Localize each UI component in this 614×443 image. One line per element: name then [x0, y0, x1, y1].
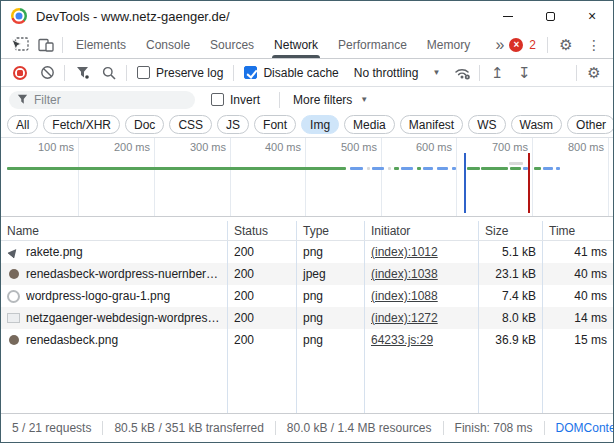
device-toolbar-button[interactable]: [33, 33, 59, 57]
filter-chip-other[interactable]: Other: [567, 115, 614, 134]
disable-cache-checkbox[interactable]: Disable cache: [238, 66, 344, 80]
filter-chip-img[interactable]: Img: [301, 115, 339, 134]
divider: [547, 37, 548, 53]
device-toolbar-icon: [38, 38, 54, 52]
checkbox-unchecked-icon: [211, 93, 224, 106]
file-thumbnail-icon: [7, 312, 20, 325]
request-row[interactable]: netzgaenger-webdesign-wordpress… 200 png…: [1, 307, 613, 329]
divider: [64, 65, 65, 81]
import-har-button[interactable]: ↥: [484, 61, 510, 85]
error-badge-icon[interactable]: ×: [509, 38, 523, 52]
preserve-log-label: Preserve log: [156, 66, 223, 80]
overview-tick-label: 300 ms: [171, 141, 226, 153]
filter-chip-css[interactable]: CSS: [169, 115, 212, 134]
request-name: wordpress-logo-grau-1.png: [26, 289, 170, 303]
filter-chip-doc[interactable]: Doc: [125, 115, 164, 134]
waterfall-segment: [401, 167, 413, 170]
network-settings-button[interactable]: ⚙: [581, 61, 607, 85]
domcontentloaded-marker: [464, 153, 466, 213]
record-network-log-button[interactable]: [7, 61, 33, 85]
inspect-element-button[interactable]: [7, 33, 33, 57]
maximize-button[interactable]: [529, 1, 571, 31]
tab-label: Console: [146, 38, 190, 52]
initiator-link[interactable]: (index):1272: [371, 311, 438, 325]
chip-label: Font: [263, 118, 287, 132]
error-x-glyph: ×: [513, 40, 519, 50]
statusbar-domcontentloaded: DOMContentLoaded: [544, 421, 613, 435]
request-row[interactable]: renedasbeck-wordpress-nuernberg… 200 jpe…: [1, 263, 613, 285]
column-header-time[interactable]: Time: [543, 221, 613, 240]
filter-input[interactable]: Filter: [9, 91, 195, 109]
chip-label: CSS: [178, 118, 203, 132]
throttling-value: No throttling: [354, 66, 419, 80]
column-header-status[interactable]: Status: [228, 221, 297, 240]
tab-sources[interactable]: Sources: [200, 31, 264, 58]
network-conditions-icon: [454, 66, 471, 80]
waterfall-segment: [437, 167, 448, 170]
overview-gridline: [456, 138, 457, 216]
tab-elements[interactable]: Elements: [66, 31, 136, 58]
devtools-window: { "window": { "title": "DevTools - www.n…: [0, 0, 614, 443]
cell-status: 200: [228, 285, 297, 307]
tab-memory[interactable]: Memory: [417, 31, 480, 58]
request-row[interactable]: rakete.png 200 png (index):1012 5.1 kB 4…: [1, 241, 613, 263]
filter-chip-all[interactable]: All: [7, 115, 38, 134]
error-count[interactable]: 2: [529, 38, 536, 52]
invert-checkbox[interactable]: Invert: [205, 93, 266, 107]
search-button[interactable]: [96, 61, 122, 85]
request-row[interactable]: wordpress-logo-grau-1.png 200 png (index…: [1, 285, 613, 307]
initiator-link[interactable]: (index):1088: [371, 289, 438, 303]
cell-size: 5.1 kB: [479, 241, 543, 263]
filter-chip-fetch-xhr[interactable]: Fetch/XHR: [43, 115, 120, 134]
cell-initiator: (index):1272: [365, 307, 479, 329]
waterfall-segment: [481, 167, 508, 170]
initiator-link[interactable]: (index):1038: [371, 267, 438, 281]
gear-icon: ⚙: [587, 65, 600, 80]
request-row[interactable]: renedasbeck.png 200 png 64233.js:29 36.9…: [1, 329, 613, 351]
filter-chip-wasm[interactable]: Wasm: [511, 115, 563, 134]
chip-label: Fetch/XHR: [52, 118, 111, 132]
waterfall-segment: [394, 167, 399, 170]
minimize-button[interactable]: [487, 1, 529, 31]
filter-chip-js[interactable]: JS: [217, 115, 249, 134]
tab-network[interactable]: Network: [264, 31, 328, 58]
filter-chip-font[interactable]: Font: [254, 115, 296, 134]
network-overview[interactable]: 100 ms200 ms300 ms400 ms500 ms600 ms700 …: [1, 138, 613, 217]
column-header-initiator[interactable]: Initiator: [365, 221, 479, 240]
initiator-link[interactable]: 64233.js:29: [371, 333, 433, 347]
customize-menu-button[interactable]: ⋮: [581, 33, 607, 57]
filter-row: Filter Invert More filters ▼: [1, 87, 613, 112]
divider: [126, 65, 127, 81]
filter-chip-ws[interactable]: WS: [468, 115, 505, 134]
overview-gridline: [381, 138, 382, 216]
cell-time: 40 ms: [543, 263, 613, 285]
search-icon: [102, 66, 116, 80]
tabbar-right-controls: » × 2 ⚙ ⋮: [491, 33, 607, 57]
tab-performance[interactable]: Performance: [328, 31, 417, 58]
throttling-dropdown[interactable]: No throttling ▼: [346, 66, 449, 80]
window-controls: ×: [487, 1, 613, 31]
clear-network-log-button[interactable]: [34, 61, 60, 85]
more-panels-button[interactable]: »: [491, 36, 507, 54]
initiator-link[interactable]: (index):1012: [371, 245, 438, 259]
divider: [576, 65, 577, 81]
close-button[interactable]: ×: [571, 1, 613, 31]
column-header-size[interactable]: Size: [479, 221, 543, 240]
network-conditions-button[interactable]: [449, 61, 475, 85]
column-header-type[interactable]: Type: [297, 221, 365, 240]
statusbar-item-1: 80.5 kB / 351 kB transferred: [102, 421, 274, 435]
filter-chip-media[interactable]: Media: [344, 115, 395, 134]
more-filters-dropdown[interactable]: More filters ▼: [293, 93, 368, 107]
overview-gridline: [608, 138, 609, 216]
column-header-name[interactable]: Name: [1, 221, 228, 240]
filter-toggle-button[interactable]: [69, 61, 95, 85]
tab-console[interactable]: Console: [136, 31, 200, 58]
kebab-icon: ⋮: [587, 38, 601, 52]
settings-button[interactable]: ⚙: [553, 33, 579, 57]
cell-size: 36.9 kB: [479, 329, 543, 351]
checkbox-unchecked-icon: [137, 66, 150, 79]
filter-chip-manifest[interactable]: Manifest: [400, 115, 463, 134]
export-har-button[interactable]: ↧: [511, 61, 537, 85]
preserve-log-checkbox[interactable]: Preserve log: [131, 66, 229, 80]
chip-label: WS: [477, 118, 496, 132]
